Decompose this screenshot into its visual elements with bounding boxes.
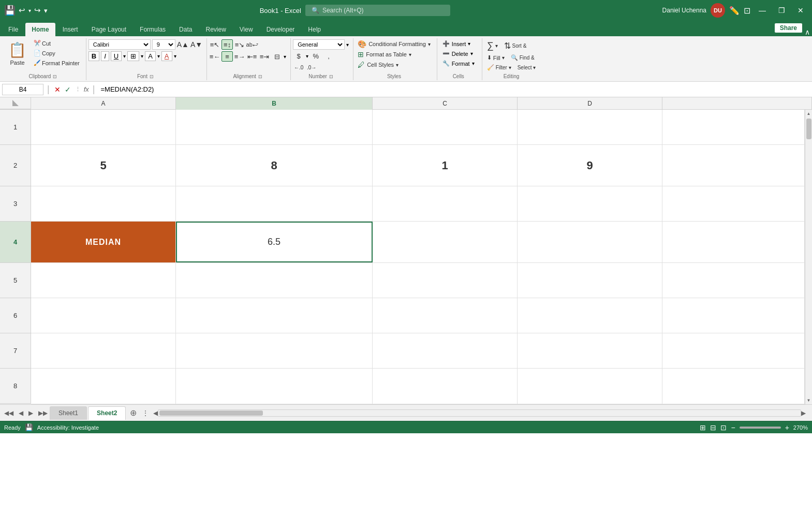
cell-styles-dropdown-icon[interactable]: ▾ (396, 62, 398, 68)
cell-d1[interactable] (518, 110, 662, 144)
scroll-down-button[interactable]: ▼ (805, 397, 812, 404)
tab-insert[interactable]: Insert (56, 23, 84, 36)
zoom-in-button[interactable]: + (785, 423, 789, 432)
tab-data[interactable]: Data (173, 23, 198, 36)
format-button[interactable]: 🔧 Format ▾ (439, 59, 478, 68)
clipboard-expand-icon[interactable]: ⊡ (53, 74, 57, 79)
add-sheet-button[interactable]: ⊕ (127, 407, 140, 419)
number-format-dropdown[interactable]: General (293, 39, 345, 50)
cell-c4[interactable] (373, 222, 518, 262)
align-bottom-button[interactable]: ≡↘ (234, 39, 245, 50)
increase-decimal-button[interactable]: .0→ (306, 62, 317, 72)
font-name-dropdown[interactable]: Calibri (88, 39, 151, 50)
select-all-icon[interactable] (12, 100, 19, 106)
delete-dropdown-icon[interactable]: ▾ (470, 51, 473, 56)
cell-b2[interactable]: 8 (176, 145, 373, 186)
horizontal-scrollbar[interactable] (158, 409, 801, 417)
cell-a3[interactable] (31, 186, 176, 221)
cell-d5[interactable] (518, 263, 662, 298)
fill-dropdown-icon[interactable]: ▾ (502, 55, 505, 61)
italic-button[interactable]: I (101, 51, 109, 61)
highlight-dropdown-icon[interactable]: ▾ (157, 53, 160, 59)
cell-e8[interactable] (662, 369, 805, 404)
row-header-1[interactable]: 1 (0, 110, 31, 145)
pen-icon[interactable]: ✏️ (729, 6, 740, 16)
align-left-button[interactable]: ≡← (209, 51, 220, 62)
col-header-d[interactable]: D (518, 97, 662, 110)
cell-ref-input[interactable] (2, 84, 43, 95)
border-dropdown-icon[interactable]: ▾ (123, 53, 126, 59)
ribbon-collapse-icon[interactable]: ∧ (805, 28, 810, 36)
wrap-text-button[interactable]: ab⮐ (246, 39, 258, 50)
cell-e7[interactable] (662, 333, 805, 368)
row-header-7[interactable]: 7 (0, 333, 31, 369)
cell-styles-button[interactable]: 🖊 Cell Styles ▾ (356, 60, 433, 69)
cell-b7[interactable] (176, 333, 373, 368)
row-header-2[interactable]: 2 (0, 145, 31, 186)
cell-b8[interactable] (176, 369, 373, 404)
customize-icon[interactable]: ▾ (44, 7, 48, 14)
cell-a6[interactable] (31, 298, 176, 333)
tab-home[interactable]: Home (25, 23, 55, 36)
cell-e6[interactable] (662, 298, 805, 333)
cell-e5[interactable] (662, 263, 805, 298)
redo-icon[interactable]: ↪ (34, 6, 41, 15)
sheet-tab-sheet1[interactable]: Sheet1 (50, 406, 87, 420)
cell-c5[interactable] (373, 263, 518, 298)
cell-c7[interactable] (373, 333, 518, 368)
undo-dropdown-icon[interactable]: ▾ (28, 8, 31, 13)
cell-c3[interactable] (373, 186, 518, 221)
cell-a8[interactable] (31, 369, 176, 404)
find-select-button[interactable]: 🔍 Find & (508, 53, 537, 62)
format-as-table-button[interactable]: ⊞ Format as Table ▾ (356, 50, 433, 59)
comma-button[interactable]: , (323, 51, 334, 61)
autosum-dropdown-icon[interactable]: ▾ (495, 43, 498, 49)
cell-d7[interactable] (518, 333, 662, 368)
cell-c8[interactable] (373, 369, 518, 404)
currency-dropdown-icon[interactable]: ▾ (306, 53, 308, 59)
underline-button[interactable]: U (111, 51, 122, 61)
number-format-dropdown-icon[interactable]: ▾ (346, 42, 349, 48)
row-header-3[interactable]: 3 (0, 186, 31, 222)
tab-formulas[interactable]: Formulas (134, 23, 172, 36)
zoom-level[interactable]: 270% (793, 424, 808, 431)
sort-filter-button[interactable]: ⇅ Sort & (501, 40, 529, 52)
cell-d8[interactable] (518, 369, 662, 404)
col-header-b[interactable]: B (176, 97, 373, 110)
share-button[interactable]: Share (774, 23, 803, 33)
align-top-left-button[interactable]: ≡↖ (209, 39, 220, 50)
sheet-scroll-last-button[interactable]: ▶▶ (36, 407, 50, 419)
align-right-button[interactable]: ≡→ (234, 51, 245, 62)
paste-button[interactable]: 📋 Paste (4, 39, 31, 68)
indent-decrease-button[interactable]: ⇤≡ (246, 51, 258, 62)
number-expand-icon[interactable]: ⊡ (329, 74, 333, 79)
horiz-scroll-left-button[interactable]: ◀ (153, 409, 158, 417)
indent-increase-button[interactable]: ≡⇥ (259, 51, 270, 62)
row-header-6[interactable]: 6 (0, 298, 31, 333)
row-header-4[interactable]: 4 (0, 222, 31, 263)
sheet-tab-sheet2[interactable]: Sheet2 (88, 406, 126, 420)
tab-review[interactable]: Review (199, 23, 232, 36)
cell-c2[interactable]: 1 (373, 145, 518, 186)
clear-button[interactable]: 🧹 Filter ▾ (484, 63, 514, 72)
font-expand-icon[interactable]: ⊡ (150, 74, 154, 79)
font-size-dropdown[interactable]: 9 (152, 39, 175, 50)
cancel-formula-button[interactable]: ✕ (53, 84, 62, 95)
insert-button[interactable]: ➕ Insert ▾ (439, 39, 478, 48)
border-btn-dropdown[interactable]: ▾ (141, 53, 143, 59)
format-dropdown-icon[interactable]: ▾ (472, 61, 475, 66)
bold-button[interactable]: B (88, 51, 99, 61)
accessibility-status[interactable]: Accessibility: Investigate (37, 424, 99, 431)
scroll-up-button[interactable]: ▲ (805, 110, 812, 118)
cell-a2[interactable]: 5 (31, 145, 176, 186)
fill-button[interactable]: ⬇ Fill ▾ (484, 53, 507, 62)
tab-view[interactable]: View (233, 23, 259, 36)
horiz-scroll-right-button[interactable]: ▶ (801, 409, 806, 417)
cell-b4[interactable]: 6.5 (176, 222, 373, 262)
scroll-thumb-vertical[interactable] (806, 119, 811, 139)
sheet-scroll-prev-button[interactable]: ◀ (17, 407, 25, 419)
row-header-8[interactable]: 8 (0, 369, 31, 404)
sheet-options-icon[interactable]: ⋮ (142, 409, 149, 417)
cell-e4[interactable] (662, 222, 805, 262)
font-size-increase-button[interactable]: A▲ (177, 40, 189, 49)
